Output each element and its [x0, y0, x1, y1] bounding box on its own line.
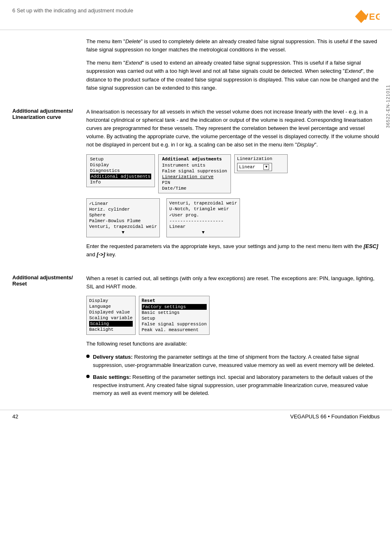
linearization-type-menu: ✓Linear Horiz. cylinder Sphere Palmer-Bo…: [86, 198, 160, 237]
bullet-delivery-status: Delivery status: Restoring the parameter…: [86, 353, 380, 369]
reset-body: When a reset is carried out, all setting…: [86, 274, 380, 291]
linearization-submenu-screenshot: ✓Linear Horiz. cylinder Sphere Palmer-Bo…: [86, 198, 380, 237]
right-column: The menu item "Delete" is used to comple…: [82, 37, 380, 97]
type-sphere: Sphere: [89, 212, 157, 218]
linearization-dropdown[interactable]: Linear ▼: [237, 163, 272, 171]
linearization-dropdown-label: Linearization: [237, 156, 285, 161]
display-menu-panel: Display Language Displayed value Scaling…: [86, 296, 136, 335]
type-scroll-arrow: ▼: [89, 230, 157, 235]
additional-adjustments-title: Additional adjustments: [162, 156, 227, 162]
display-menu-displayed-value: Displayed value: [89, 309, 133, 315]
linearization-right-content: A linearisation is necessary for all ves…: [82, 108, 380, 264]
submenu-pin: PIN: [162, 180, 227, 186]
following-text: The following reset functions are availa…: [86, 340, 380, 348]
main-content: The menu item "Delete" is used to comple…: [0, 30, 392, 97]
type-horiz-cylinder: Horiz. cylinder: [89, 207, 157, 212]
side-label: 36522-EN-121011: [384, 82, 392, 130]
reset-section-label: Additional adjustments/Reset: [12, 274, 74, 287]
svg-text:V: V: [362, 12, 369, 22]
additional-adjustments-panel: Additional adjustments Instrument units …: [158, 154, 231, 193]
ext-scroll-arrow: ▼: [169, 230, 237, 235]
linearization-extended-menu: Venturi, trapezoidal weir U-Notch, trian…: [166, 198, 240, 237]
page-number: 42: [12, 413, 18, 420]
type-venturi-trap: Venturi, trapezoidal weir: [89, 224, 157, 230]
display-menu-display: Display: [89, 298, 133, 304]
menu-info: Info: [90, 179, 151, 185]
ext-user-prog: ✓User prog.: [169, 212, 237, 218]
reset-setup: Setup: [142, 316, 207, 321]
reset-submenu-panel: Reset Factory settings Basic settings Se…: [139, 296, 210, 335]
vega-logo-icon: EGA V: [347, 7, 380, 26]
ext-divider: --------------------: [169, 218, 237, 224]
reset-submenu-title: Reset: [142, 298, 207, 303]
extend-paragraph: The menu item "Extend" is used to extend…: [86, 59, 380, 92]
linearization-dropdown-box: Linearization Linear ▼: [234, 154, 288, 173]
reset-menu-screenshot: Display Language Displayed value Scaling…: [86, 296, 380, 335]
linearization-left-label: Additional adjustments/Linearization cur…: [12, 108, 82, 264]
reset-peak-val: Peak val. measurement: [142, 327, 207, 333]
submenu-instrument-units: Instrument units: [162, 162, 227, 168]
bullet-delivery-text: Delivery status: Restoring the parameter…: [93, 353, 380, 369]
chapter-title: 6 Set up with the indicating and adjustm…: [12, 7, 133, 14]
linearization-body: A linearisation is necessary for all ves…: [86, 108, 380, 149]
logo: EGA V: [347, 7, 380, 26]
reset-basic-settings: Basic settings: [142, 310, 207, 316]
product-name: VEGAPULS 66 • Foundation Fieldbus: [290, 413, 380, 420]
menu-additional-adjustments: Additional adjustments: [90, 174, 151, 179]
menu-diagnostics: Diagnostics: [90, 168, 151, 174]
type-palmer-bowlus: Palmer-Bowlus Flume: [89, 218, 157, 224]
menu-setup: Setup: [90, 156, 151, 162]
enter-text: Enter the requested parameters via the a…: [86, 242, 380, 259]
submenu-false-signal: False signal suppression: [162, 168, 227, 174]
linearization-section-label: Additional adjustments/Linearization cur…: [12, 108, 74, 120]
reset-right-content: When a reset is carried out, all setting…: [82, 274, 380, 402]
display-menu-scaling: Scaling: [89, 321, 133, 327]
left-column: [12, 37, 82, 97]
main-menu-panel: Setup Display Diagnostics Additional adj…: [86, 154, 155, 187]
reset-false-signal: False signal suppression: [142, 321, 207, 327]
delete-paragraph: The menu item "Delete" is used to comple…: [86, 37, 380, 54]
submenu-date-time: Date/Time: [162, 186, 227, 191]
reset-factory-settings: Factory settings: [142, 304, 207, 310]
bullet-basic-text: Basic settings: Resetting of the paramet…: [93, 373, 380, 397]
svg-text:EGA: EGA: [369, 12, 380, 22]
ext-venturi-trap: Venturi, trapezoidal weir: [169, 200, 237, 206]
linearization-value: Linear: [239, 165, 256, 169]
ext-linear: Linear: [169, 224, 237, 230]
page-footer: 42 VEGAPULS 66 • Foundation Fieldbus: [0, 410, 392, 423]
display-menu-scaling-variable: Scaling variable: [89, 315, 133, 321]
bullet-dot-1: [86, 355, 90, 358]
reset-bullet-list: Delivery status: Restoring the parameter…: [86, 353, 380, 397]
submenu-linearization-curve: Linearization curve: [162, 174, 227, 180]
display-menu-backlight: Backlight: [89, 327, 133, 332]
linearization-section: Additional adjustments/Linearization cur…: [0, 100, 392, 264]
bullet-basic-settings: Basic settings: Resetting of the paramet…: [86, 373, 380, 397]
menu-display: Display: [90, 162, 151, 168]
page-header: 6 Set up with the indicating and adjustm…: [0, 0, 392, 30]
reset-section: Additional adjustments/Reset When a rese…: [0, 267, 392, 402]
display-menu-language: Language: [89, 304, 133, 309]
reset-left-label: Additional adjustments/Reset: [12, 274, 82, 402]
type-linear: ✓Linear: [89, 200, 157, 207]
dropdown-arrow-icon[interactable]: ▼: [263, 164, 269, 170]
ext-u-notch: U-Notch, triangle weir: [169, 206, 237, 212]
linearization-menu-screenshot: Setup Display Diagnostics Additional adj…: [86, 154, 380, 193]
page-container: 6 Set up with the indicating and adjustm…: [0, 0, 392, 557]
bullet-dot-2: [86, 375, 90, 378]
